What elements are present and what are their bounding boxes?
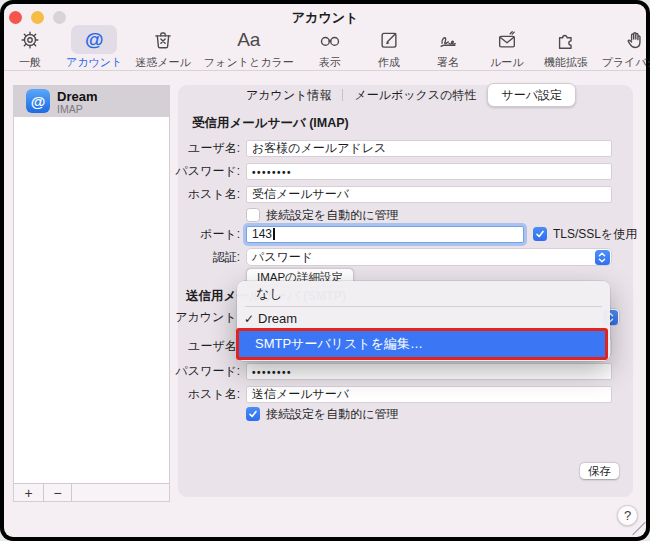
incoming-password-field[interactable]: •••••••• — [246, 163, 612, 180]
popup-chevrons-icon — [595, 250, 610, 265]
toolbar-label: 作成 — [378, 55, 400, 70]
port-label: ポート: — [168, 226, 240, 243]
account-avatar: @ — [26, 89, 50, 113]
checkmark-icon — [248, 409, 258, 419]
outgoing-username-label: ユーザ名: — [168, 338, 240, 355]
incoming-password-label: パスワード: — [168, 163, 240, 180]
toolbar-divider — [4, 70, 646, 71]
preferences-toolbar: 一般 @ アカウント 迷惑メール Aa フォントとカラー — [56, 25, 620, 69]
signature-icon — [437, 29, 459, 51]
toolbar-item-rules[interactable]: ルール — [484, 25, 530, 70]
menu-item-none[interactable]: なし — [237, 284, 610, 304]
tab-server-settings[interactable]: サーバ設定 — [487, 83, 576, 107]
glasses-icon — [318, 29, 342, 51]
account-list-item-dream[interactable]: @ Dream IMAP — [14, 86, 169, 117]
gear-icon — [19, 29, 41, 51]
incoming-auto-manage-label: 接続設定を自動的に管理 — [266, 207, 399, 224]
add-account-button[interactable]: + — [14, 484, 44, 501]
incoming-username-label: ユーザ名: — [168, 140, 240, 157]
toolbar-label: フォントとカラー — [204, 55, 294, 70]
auth-label: 認証: — [168, 249, 240, 266]
auth-value: パスワード — [252, 249, 313, 266]
toolbar-label: アカウント — [66, 55, 122, 70]
menu-separator — [245, 306, 602, 307]
toolbar-item-signatures[interactable]: 署名 — [425, 25, 471, 70]
tls-label: TLS/SSLを使用 — [553, 226, 637, 243]
help-button[interactable]: ? — [617, 505, 638, 526]
incoming-host-field[interactable]: 受信メールサーバ — [246, 186, 612, 203]
menu-item-dream[interactable]: ✓ Dream — [237, 308, 610, 329]
menu-item-label: Dream — [258, 311, 297, 326]
toolbar-label: プライバシー — [602, 55, 650, 70]
outgoing-password-field[interactable]: •••••••• — [246, 363, 612, 380]
outgoing-auto-manage-checkbox[interactable] — [246, 407, 260, 421]
toolbar-item-viewing[interactable]: 表示 — [307, 25, 353, 70]
toolbar-item-junk-mail[interactable]: 迷惑メール — [135, 25, 191, 70]
port-input[interactable]: 143 — [246, 226, 524, 243]
text-caret — [273, 228, 275, 240]
puzzle-icon — [555, 29, 577, 51]
port-value: 143 — [252, 227, 272, 242]
incoming-username-value: お客様のメールアドレス — [252, 141, 386, 156]
incoming-username-field[interactable]: お客様のメールアドレス — [246, 140, 612, 157]
toolbar-label: 表示 — [319, 55, 341, 70]
fonts-icon: Aa — [237, 29, 260, 51]
remove-account-button[interactable]: − — [44, 484, 72, 501]
incoming-host-value: 受信メールサーバ — [252, 187, 349, 202]
auth-popup[interactable]: パスワード — [246, 248, 612, 266]
toolbar-label: 機能拡張 — [544, 55, 588, 70]
incoming-host-label: ホスト名: — [168, 186, 240, 203]
toolbar-item-composing[interactable]: 作成 — [366, 25, 412, 70]
toolbar-label: 署名 — [437, 55, 459, 70]
incoming-password-value: •••••••• — [252, 163, 292, 180]
sidebar-action-bar: + − — [14, 483, 169, 501]
toolbar-label: 迷惑メール — [135, 55, 191, 70]
outgoing-password-label: パスワード: — [168, 363, 240, 380]
window: アカウント 一般 @ アカウント 迷惑メール — [0, 0, 650, 541]
toolbar-item-accounts[interactable]: @ アカウント — [66, 25, 122, 70]
toolbar-item-general[interactable]: 一般 — [7, 25, 53, 70]
trash-x-icon — [152, 29, 174, 51]
outgoing-password-value: •••••••• — [252, 363, 292, 380]
toolbar-item-fonts-colors[interactable]: Aa フォントとカラー — [204, 25, 294, 70]
tab-mailbox-behaviors[interactable]: メールボックスの特性 — [343, 85, 487, 106]
menu-item-edit-smtp-list[interactable]: SMTPサーバリストを編集… — [239, 331, 605, 357]
incoming-auto-manage-checkbox[interactable] — [246, 208, 260, 222]
envelope-arrows-icon — [496, 29, 518, 51]
account-name: Dream — [57, 89, 97, 104]
incoming-server-header: 受信用メールサーバ (IMAP) — [192, 115, 349, 132]
tab-bar: アカウント情報 メールボックスの特性 サーバ設定 — [178, 85, 633, 105]
outgoing-auto-manage-label: 接続設定を自動的に管理 — [266, 406, 399, 423]
hand-icon — [624, 29, 646, 51]
outgoing-account-label: アカウント: — [168, 309, 240, 326]
toolbar-item-privacy[interactable]: プライバシー — [602, 25, 650, 70]
compose-icon — [378, 29, 400, 51]
save-button[interactable]: 保存 — [580, 463, 619, 479]
outgoing-host-field[interactable]: 送信メールサーバ — [246, 386, 612, 403]
checkmark-icon — [535, 229, 545, 239]
tab-account-info[interactable]: アカウント情報 — [235, 85, 342, 106]
outgoing-host-label: ホスト名: — [168, 386, 240, 403]
accounts-sidebar: @ Dream IMAP + − — [13, 85, 170, 502]
toolbar-label: 一般 — [19, 55, 41, 70]
checkmark-icon: ✓ — [244, 312, 258, 326]
tls-checkbox[interactable] — [533, 227, 547, 241]
account-type: IMAP — [57, 103, 83, 115]
toolbar-label: ルール — [490, 55, 524, 70]
at-icon: @ — [85, 29, 104, 51]
toolbar-item-extensions[interactable]: 機能拡張 — [543, 25, 589, 70]
outgoing-host-value: 送信メールサーバ — [252, 387, 349, 402]
